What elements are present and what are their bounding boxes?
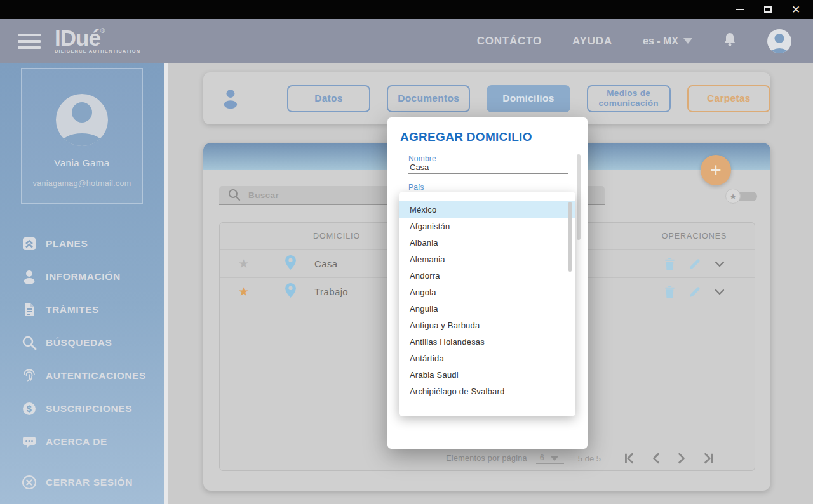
sidebar-item-cerrar-sesion[interactable]: CERRAR SESIÓN xyxy=(0,466,164,499)
edit-button[interactable] xyxy=(689,258,701,270)
person-icon xyxy=(222,88,239,109)
plus-icon: + xyxy=(710,161,722,180)
sidebar-item-informacion[interactable]: INFORMACIÓN xyxy=(0,260,164,293)
close-button[interactable]: ✕ xyxy=(788,3,804,17)
nav-link-contacto[interactable]: CONTÁCTO xyxy=(477,35,542,48)
document-icon xyxy=(22,302,37,317)
chevron-down-icon xyxy=(715,261,725,267)
avatar-body xyxy=(770,48,789,53)
location-pin-icon xyxy=(267,255,313,272)
dialog-title: AGREGAR DOMICILIO xyxy=(400,130,532,144)
person-icon xyxy=(22,269,37,284)
logo-subtitle: DILIGENCE AUTHENTICATION xyxy=(55,48,140,54)
delete-button[interactable] xyxy=(664,286,675,298)
last-page-icon xyxy=(702,453,715,464)
sidebar-item-tramites[interactable]: TRÁMITES xyxy=(0,293,164,326)
country-dropdown: México Afganistán Albania Alemania Andor… xyxy=(399,192,575,416)
sidebar-item-planes[interactable]: PLANES xyxy=(0,227,164,260)
sidebar-item-label: ACERCA DE xyxy=(46,436,107,448)
country-option[interactable]: Alemania xyxy=(399,251,575,267)
tab-domicilios[interactable]: Domicilios xyxy=(487,85,570,112)
first-page-button[interactable] xyxy=(620,453,639,464)
fingerprint-icon xyxy=(22,368,37,383)
country-option[interactable]: Afganistán xyxy=(399,218,575,234)
page-size-label: Elementos por página xyxy=(446,454,527,463)
next-page-button[interactable] xyxy=(673,453,690,464)
page-size-value: 6 xyxy=(540,453,544,462)
country-option[interactable]: Antigua y Barbuda xyxy=(399,317,575,333)
chevron-right-icon xyxy=(676,453,687,464)
sidebar-item-busquedas[interactable]: BÚSQUEDAS xyxy=(0,326,164,359)
maximize-button[interactable] xyxy=(760,3,776,17)
nav-link-ayuda[interactable]: AYUDA xyxy=(572,35,612,48)
sidebar-item-label: SUSCRIPCIONES xyxy=(46,403,132,414)
tab-documentos[interactable]: Documentos xyxy=(387,85,470,112)
chevron-down-icon xyxy=(683,38,692,44)
favorite-star-icon[interactable]: ★ xyxy=(220,284,267,299)
country-option[interactable]: Angola xyxy=(399,284,575,300)
country-option[interactable]: Andorra xyxy=(399,267,575,284)
pencil-icon xyxy=(689,286,701,298)
hamburger-menu-button[interactable] xyxy=(18,34,41,49)
expand-row-button[interactable] xyxy=(715,261,725,267)
bell-icon xyxy=(723,32,737,48)
paginator: Elementos por página 6 5 de 5 xyxy=(220,446,755,470)
logo-text: IDué xyxy=(55,25,100,50)
sidebar-item-label: AUTENTICACIONES xyxy=(46,370,146,381)
sidebar-divider xyxy=(164,63,168,504)
chat-icon xyxy=(22,434,37,449)
agregar-domicilio-dialog: AGREGAR DOMICILIO Nombre Casa País Méxic… xyxy=(387,117,588,449)
page-size-select[interactable]: 6 xyxy=(536,453,564,464)
dropdown-scrollbar[interactable] xyxy=(568,202,572,272)
sidebar-item-suscripciones[interactable]: $ SUSCRIPCIONES xyxy=(0,392,164,425)
nombre-field-label: Nombre xyxy=(408,154,436,163)
profile-email: vaniagamag@hotmail.com xyxy=(22,179,142,188)
column-header-operaciones: OPERACIONES xyxy=(634,232,755,241)
delete-button[interactable] xyxy=(664,258,675,270)
expand-row-button[interactable] xyxy=(715,289,725,295)
top-navbar: IDué® DILIGENCE AUTHENTICATION CONTÁCTO … xyxy=(0,19,813,63)
chevron-down-icon xyxy=(551,456,558,461)
language-selector[interactable]: es - MX xyxy=(643,36,692,47)
app-logo: IDué® DILIGENCE AUTHENTICATION xyxy=(55,28,140,55)
add-domicilio-button[interactable]: + xyxy=(701,155,731,185)
avatar-head xyxy=(72,102,92,123)
favorite-star-icon[interactable]: ★ xyxy=(220,256,267,271)
tab-carpetas[interactable]: Carpetas xyxy=(687,85,770,112)
close-circle-icon xyxy=(22,475,37,490)
trash-icon xyxy=(664,258,675,270)
favorites-filter-toggle[interactable]: ★ xyxy=(725,189,757,204)
country-option[interactable]: México xyxy=(399,201,575,218)
registered-mark: ® xyxy=(100,27,104,34)
pais-field-label: País xyxy=(408,183,424,192)
dialog-scrollbar[interactable] xyxy=(577,154,581,240)
country-option[interactable]: Arabia Saudi xyxy=(399,366,575,383)
previous-page-button[interactable] xyxy=(648,453,664,464)
last-page-button[interactable] xyxy=(699,453,718,464)
nombre-field-input[interactable]: Casa xyxy=(410,162,429,172)
avatar-head xyxy=(775,34,784,43)
avatar-body xyxy=(61,133,103,146)
minimize-icon xyxy=(736,9,744,10)
minimize-button[interactable] xyxy=(732,3,748,17)
notifications-button[interactable] xyxy=(723,32,737,50)
country-option[interactable]: Anguila xyxy=(399,300,575,317)
edit-button[interactable] xyxy=(689,286,701,298)
profile-avatar xyxy=(56,94,108,146)
user-avatar[interactable] xyxy=(767,29,791,53)
country-option[interactable]: Archipiélago de Svalbard xyxy=(399,383,575,399)
sidebar-item-acerca-de[interactable]: ACERCA DE xyxy=(0,425,164,458)
country-option[interactable]: Albania xyxy=(399,234,575,251)
sidebar-menu: PLANES INFORMACIÓN TRÁMITES B xyxy=(0,227,164,499)
sidebar-item-autenticaciones[interactable]: AUTENTICACIONES xyxy=(0,359,164,392)
sidebar-item-label: PLANES xyxy=(46,238,88,249)
chevron-down-icon xyxy=(715,289,725,295)
country-option[interactable]: Antillas Holandesas xyxy=(399,333,575,350)
country-option[interactable]: Antártida xyxy=(399,350,575,366)
tab-datos[interactable]: Datos xyxy=(287,85,370,112)
tab-medios-de-comunicacion[interactable]: Medios de comunicación xyxy=(587,85,671,112)
profile-card: Vania Gama vaniagamag@hotmail.com xyxy=(21,68,143,204)
page-range: 5 de 5 xyxy=(578,454,601,463)
plans-icon xyxy=(22,236,37,251)
close-icon: ✕ xyxy=(791,4,800,15)
